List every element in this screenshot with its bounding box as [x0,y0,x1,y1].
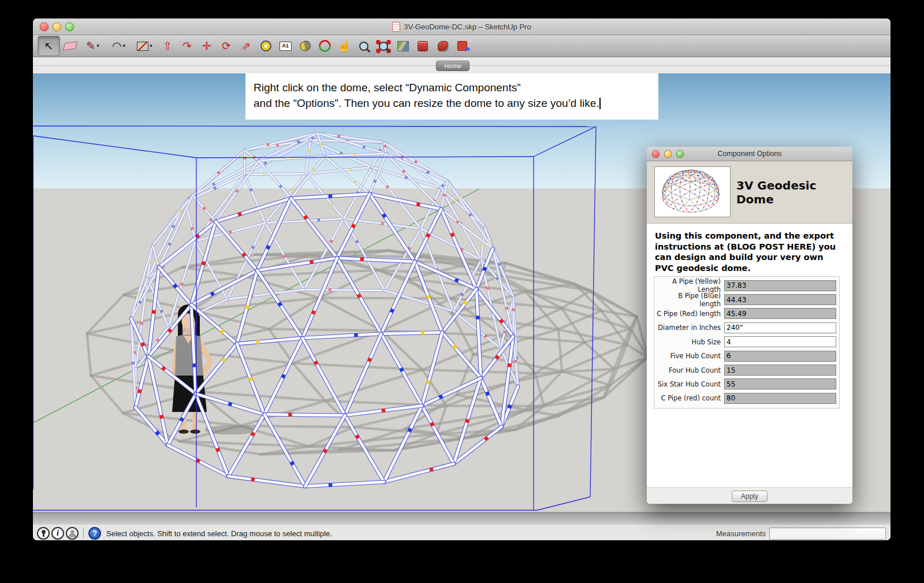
field-row: Hub Size [656,335,836,349]
field-label: C Pipe (Red) length [656,310,724,318]
dialog-header: 3V Geodesic Dome [647,161,852,224]
arc-tool-icon[interactable]: ◠▾ [106,36,132,55]
field-row: A Pipe (Yellow) Length [656,278,836,292]
dialog-footer: Apply [647,487,852,504]
field-input[interactable] [724,336,836,347]
dialog-traffic-lights [652,147,684,161]
text-cursor [599,98,601,109]
field-row: Five Hub Count [656,349,836,363]
measurements-label: Measurements [716,529,766,538]
person-sandal [178,430,189,434]
dialog-title: Component Options [717,150,781,158]
window-chrome-band [33,512,891,525]
get-models-tool-icon[interactable] [413,36,433,55]
field-label: Six Star Hub Count [656,380,724,388]
field-label: Diameter in Inches [656,324,724,332]
apply-button[interactable]: Apply [732,491,767,502]
export-tool-icon[interactable] [452,36,472,55]
eraser-tool-icon[interactable] [60,36,80,55]
field-input[interactable] [724,280,836,291]
move-tool-icon[interactable]: ✛ [197,36,217,55]
desktop-background: 3V-GeoDome-DC.skp – SketchUp Pro ↖✎▾◠▾▾⇧… [0,0,924,583]
follow-me-tool-icon[interactable]: ↷ [177,36,197,55]
field-row: Four Hub Count [656,363,836,377]
paint-bucket-tool-icon[interactable] [295,36,315,55]
dropdown-caret-icon[interactable]: ▾ [150,43,152,49]
tape-measure-tool-icon[interactable] [256,36,275,55]
component-description: Using this component, and the export ins… [647,224,852,277]
zoom-tool-icon[interactable] [354,36,374,55]
component-thumbnail [654,166,731,217]
field-input[interactable] [724,393,836,404]
field-row: C Pipe (red) count [656,391,836,405]
field-input[interactable] [724,322,836,333]
home-tab[interactable]: Home [436,61,470,71]
add-location-tool-icon[interactable] [393,36,413,55]
field-label: Hub Size [656,338,724,346]
field-input[interactable] [724,294,836,305]
document-icon [392,22,400,32]
field-label: Four Hub Count [656,366,724,374]
person-neck [185,328,191,335]
line-tool-icon[interactable]: ✎▾ [80,36,106,55]
credits-icon[interactable]: i [51,527,64,540]
select-tool-icon[interactable]: ↖ [38,36,60,56]
orbit-tool-icon[interactable] [315,36,334,55]
toolbar: ↖✎▾◠▾▾⇧↷✛⟳⇗A1☝ [33,35,891,57]
scale-tool-icon[interactable]: ⇗ [236,36,256,55]
dialog-titlebar[interactable]: Component Options [647,147,852,161]
status-bar: i? Select objects. Shift to extend selec… [33,525,891,540]
annotation-line2: and the “Options”. Then you can resize t… [254,95,658,111]
field-input[interactable] [724,308,836,319]
person-sandal [190,430,200,434]
window-title: 3V-GeoDome-DC.skp – SketchUp Pro [404,23,531,31]
window-title-wrap: 3V-GeoDome-DC.skp – SketchUp Pro [392,22,531,32]
field-label: C Pipe (red) count [656,394,724,402]
component-heading: 3V Geodesic Dome [736,179,852,206]
rectangle-tool-icon[interactable]: ▾ [132,36,158,55]
sign-in-icon[interactable] [66,527,79,540]
status-message: Select objects. Shift to extend select. … [106,529,716,538]
dialog-close-button[interactable] [652,150,660,158]
tab-strip: Home [33,57,891,73]
minimize-button[interactable] [53,23,61,31]
dialog-minimize-button[interactable] [664,150,672,158]
annotation-text-box[interactable]: Right click on the dome, select “Dynamic… [245,73,658,120]
field-label: Five Hub Count [656,352,724,360]
help-icon[interactable]: ? [88,527,101,540]
pan-tool-icon[interactable]: ☝ [334,36,354,55]
zoom-extents-tool-icon[interactable] [374,36,393,55]
dropdown-caret-icon[interactable]: ▾ [96,43,99,49]
zoom-button[interactable] [65,23,74,31]
measurements-input[interactable] [769,528,886,540]
field-input[interactable] [724,378,836,389]
field-row: Diameter in Inches [656,321,836,335]
text-tool-icon[interactable]: A1 [275,36,295,55]
close-button[interactable] [40,23,49,31]
field-input[interactable] [724,351,836,362]
field-label: B Pipe (Blue) length [656,292,724,308]
share-model-tool-icon[interactable] [433,36,452,55]
component-options-dialog: Component Options 3V Geodesic Dome Using… [647,147,852,504]
status-divider [83,528,84,539]
dropdown-caret-icon[interactable]: ▾ [123,43,126,49]
rotate-tool-icon[interactable]: ⟳ [217,36,236,55]
field-row: C Pipe (Red) length [656,307,836,321]
annotation-line1: Right click on the dome, select “Dynamic… [254,80,658,95]
dialog-body: Using this component, and the export ins… [647,224,852,487]
window-titlebar[interactable]: 3V-GeoDome-DC.skp – SketchUp Pro [33,18,891,35]
field-row: B Pipe (Blue) length [656,292,836,306]
push-pull-tool-icon[interactable]: ⇧ [158,36,177,55]
field-input[interactable] [724,365,836,376]
field-row: Six Star Hub Count [656,377,836,391]
traffic-lights [40,18,74,35]
geolocation-icon[interactable] [37,527,50,540]
options-table: A Pipe (Yellow) LengthB Pipe (Blue) leng… [654,276,840,409]
dialog-zoom-button[interactable] [676,150,684,158]
